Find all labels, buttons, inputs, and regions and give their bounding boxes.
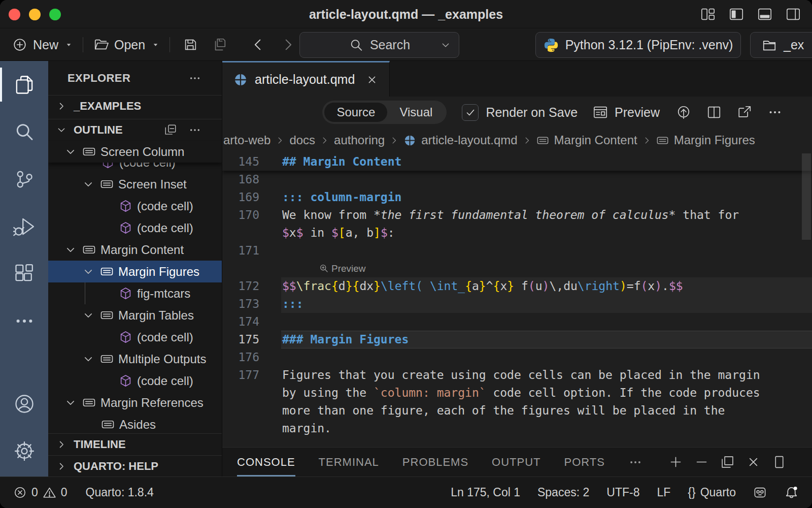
- customize-layout-icon[interactable]: [700, 7, 716, 22]
- code-line-wrap[interactable]: by using the `column: margin` code cell …: [222, 384, 812, 402]
- outline-item-code-cell[interactable]: (code cell): [48, 326, 222, 348]
- codelens-row[interactable]: Preview: [222, 260, 812, 277]
- more-icon[interactable]: [628, 455, 642, 469]
- preview-button[interactable]: Preview: [593, 105, 660, 120]
- code-line-168[interactable]: 168: [222, 171, 812, 188]
- panel-restore-icon[interactable]: [720, 455, 735, 469]
- close-icon[interactable]: [366, 74, 378, 86]
- chevron-down-icon[interactable]: [83, 266, 94, 277]
- section-timeline[interactable]: TIMELINE: [48, 433, 222, 455]
- visual-mode-button[interactable]: Visual: [387, 103, 445, 122]
- panel-tab-problems[interactable]: PROBLEMS: [402, 448, 468, 477]
- code-line-171[interactable]: 171: [222, 242, 812, 260]
- panel-tab-console[interactable]: CONSOLE: [237, 448, 295, 477]
- problems-status[interactable]: 0 0: [13, 486, 67, 499]
- outline-item-multiple-outputs[interactable]: Multiple Outputs: [48, 348, 222, 370]
- activity-search[interactable]: [0, 108, 48, 155]
- section-quarto-help[interactable]: QUARTO: HELP: [48, 455, 222, 477]
- navigate-forward-button[interactable]: [278, 35, 298, 55]
- language-mode-status[interactable]: {} Quarto: [688, 486, 736, 499]
- code-line-173[interactable]: 173:::: [222, 295, 812, 313]
- code-line-175[interactable]: 175### Margin Figures: [222, 331, 812, 348]
- activity-debug[interactable]: [0, 203, 48, 250]
- code-lines: 168169::: column-margin170We know from *…: [222, 171, 812, 437]
- sticky-scroll-line[interactable]: 145 ## Margin Content: [222, 152, 812, 171]
- source-mode-button[interactable]: Source: [324, 103, 387, 122]
- panel-minimize-icon[interactable]: [694, 455, 709, 469]
- breadcrumb-item-docs[interactable]: docs: [289, 133, 315, 147]
- outline-item-screen-column[interactable]: Screen Column: [48, 141, 222, 163]
- outline-item-margin-figures[interactable]: Margin Figures: [48, 261, 222, 282]
- save-button[interactable]: [180, 35, 200, 55]
- preview-codelens[interactable]: Preview: [319, 260, 366, 277]
- toggle-panel-icon[interactable]: [757, 7, 772, 22]
- breadcrumb-item-article-layout-qmd[interactable]: article-layout.qmd: [403, 133, 517, 147]
- editor-scrollbar[interactable]: [802, 153, 811, 240]
- publish-button[interactable]: [675, 104, 692, 121]
- panel-add-icon[interactable]: [668, 455, 683, 469]
- outline-item-margin-content[interactable]: Margin Content: [48, 239, 222, 261]
- chevron-down-icon[interactable]: [83, 354, 94, 365]
- notifications-button[interactable]: [784, 485, 799, 500]
- tab-article-layout[interactable]: article-layout.qmd: [222, 61, 390, 97]
- code-line-wrap[interactable]: margin.: [222, 420, 812, 437]
- outline-item-code-cell[interactable]: (code cell): [48, 195, 222, 217]
- toggle-secondary-sidebar-icon[interactable]: [786, 7, 801, 22]
- chevron-down-icon[interactable]: [83, 179, 94, 190]
- panel-maximize-panel-icon[interactable]: [772, 455, 787, 469]
- outline-item-code-cell[interactable]: (code cell): [48, 370, 222, 392]
- activity-files[interactable]: [0, 61, 48, 108]
- outline-item-screen-inset[interactable]: Screen Inset: [48, 173, 222, 195]
- panel-tab-ports[interactable]: PORTS: [564, 448, 605, 477]
- indentation-status[interactable]: Spaces: 2: [537, 486, 589, 499]
- encoding-status[interactable]: UTF-8: [606, 486, 639, 499]
- chevron-down-icon[interactable]: [65, 146, 76, 157]
- panel-close-icon[interactable]: [746, 455, 761, 469]
- outline-item-fig-mtcars[interactable]: fig-mtcars: [48, 282, 222, 304]
- chevron-down-icon[interactable]: [65, 244, 76, 256]
- outline-item-margin-tables[interactable]: Margin Tables: [48, 304, 222, 326]
- split-editor-button[interactable]: [705, 104, 723, 121]
- code-line-177[interactable]: 177Figures that you create using code ce…: [222, 366, 812, 384]
- open-external-button[interactable]: [736, 104, 753, 121]
- code-line-176[interactable]: 176: [222, 348, 812, 366]
- breadcrumb-item-authoring[interactable]: authoring: [334, 133, 385, 147]
- interpreter-selector[interactable]: Python 3.12.1 (PipEnv: .venv): [535, 32, 741, 58]
- panel-tab-terminal[interactable]: TERMINAL: [319, 448, 379, 477]
- feedback-button[interactable]: [753, 486, 767, 499]
- render-on-save-checkbox[interactable]: [462, 104, 479, 121]
- new-button[interactable]: New: [12, 37, 73, 52]
- code-line-170[interactable]: 170We know from *the first fundamental t…: [222, 206, 812, 224]
- panel-tab-output[interactable]: OUTPUT: [492, 448, 540, 477]
- code-line-169[interactable]: 169::: column-margin: [222, 188, 812, 206]
- open-button[interactable]: Open: [93, 37, 159, 52]
- code-line-174[interactable]: 174: [222, 313, 812, 331]
- chevron-down-icon[interactable]: [83, 310, 94, 321]
- eol-status[interactable]: LF: [657, 486, 670, 499]
- toggle-primary-sidebar-icon[interactable]: [729, 7, 744, 22]
- code-editor[interactable]: 145 ## Margin Content 168169::: column-m…: [222, 152, 812, 447]
- activity-settings-gear[interactable]: [0, 427, 48, 474]
- outline-item-asides[interactable]: Asides: [48, 414, 222, 435]
- outline-item-margin-references[interactable]: Margin References: [48, 392, 222, 414]
- outline-item-code-cell[interactable]: (code cell): [48, 217, 222, 239]
- more-button[interactable]: [766, 104, 784, 121]
- breadcrumb-item-arto-web[interactable]: arto-web: [223, 133, 270, 147]
- breadcrumb-item-margin-content[interactable]: Margin Content: [536, 133, 637, 147]
- activity-more[interactable]: [0, 297, 48, 344]
- workspace-button[interactable]: _ex: [750, 32, 812, 58]
- quarto-version-status[interactable]: Quarto: 1.8.4: [86, 486, 154, 499]
- search-input[interactable]: Search: [299, 32, 459, 58]
- cursor-position-status[interactable]: Ln 175, Col 1: [451, 486, 520, 499]
- code-line-wrap[interactable]: more than one figure, each of the figure…: [222, 402, 812, 420]
- activity-source-control[interactable]: [0, 155, 48, 203]
- navigate-back-button[interactable]: [248, 35, 268, 55]
- render-on-save-toggle[interactable]: Render on Save: [462, 104, 578, 121]
- code-line-wrap[interactable]: $x$ in $[a, b]$:: [222, 224, 812, 242]
- activity-account[interactable]: [0, 380, 48, 427]
- breadcrumb-item-margin-figures[interactable]: Margin Figures: [656, 133, 755, 147]
- code-line-172[interactable]: 172$$\frac{d}{dx}\left( \int_{a}^{x} f(u…: [222, 277, 812, 295]
- save-all-button[interactable]: [210, 35, 230, 55]
- activity-extensions[interactable]: [0, 250, 48, 297]
- chevron-down-icon[interactable]: [65, 397, 76, 408]
